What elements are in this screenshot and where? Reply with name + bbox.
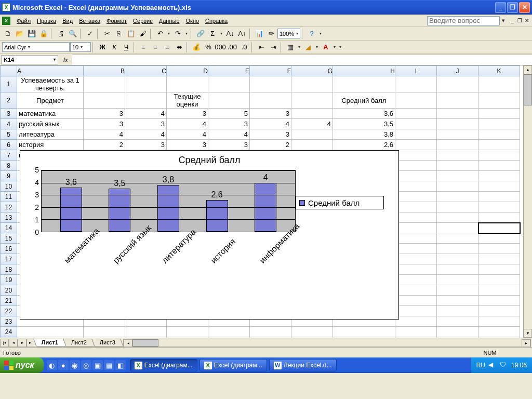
- font-color-dropdown-icon[interactable]: ▾: [332, 45, 337, 49]
- row-header-15[interactable]: 15: [1, 233, 17, 244]
- row-header-21[interactable]: 21: [1, 296, 17, 306]
- ql-icon-4[interactable]: ◎: [81, 360, 91, 370]
- cell-K17[interactable]: [478, 254, 520, 264]
- name-box[interactable]: K14▾: [1, 55, 58, 64]
- cell-J7[interactable]: [437, 150, 478, 161]
- cell-J19[interactable]: [437, 275, 478, 285]
- menu-file[interactable]: Файл: [14, 16, 34, 25]
- cell-E25[interactable]: [208, 337, 250, 338]
- cell-E5[interactable]: 4: [208, 129, 250, 140]
- cell-B25[interactable]: [84, 337, 125, 338]
- cell-K23[interactable]: [478, 316, 520, 327]
- cell-I23[interactable]: [395, 316, 437, 327]
- cell-K18[interactable]: [478, 264, 520, 275]
- cell-C3[interactable]: 4: [125, 109, 167, 119]
- cell-C2[interactable]: [125, 92, 167, 109]
- row-header-14[interactable]: 14: [1, 223, 17, 233]
- cell-E3[interactable]: 5: [208, 109, 250, 119]
- menu-data[interactable]: Данные: [156, 16, 183, 25]
- cell-K4[interactable]: [478, 119, 520, 129]
- font-size-combo[interactable]: 10▾: [70, 42, 91, 52]
- cell-D2[interactable]: Текущие оценки: [167, 92, 208, 109]
- cell-I17[interactable]: [395, 254, 437, 264]
- cell-H4[interactable]: 3,5: [333, 119, 395, 129]
- copy-icon[interactable]: ⎘: [113, 28, 125, 39]
- col-header-J[interactable]: J: [437, 66, 478, 76]
- sheet-tab-2[interactable]: Лист2: [63, 339, 95, 347]
- cell-J10[interactable]: [437, 181, 478, 192]
- paste-icon[interactable]: 📋: [125, 28, 137, 39]
- cell-A5[interactable]: литература: [17, 129, 84, 140]
- borders-icon[interactable]: ▦: [285, 42, 296, 53]
- cell-I12[interactable]: [395, 202, 437, 212]
- cell-B1[interactable]: [84, 76, 125, 92]
- undo-icon[interactable]: ↶: [154, 28, 166, 39]
- cell-J23[interactable]: [437, 316, 478, 327]
- col-header-D[interactable]: D: [167, 66, 208, 76]
- row-header-18[interactable]: 18: [1, 264, 17, 275]
- cell-B6[interactable]: 2: [84, 140, 125, 150]
- cell-J21[interactable]: [437, 296, 478, 306]
- cell-J14[interactable]: [437, 223, 478, 233]
- cell-I20[interactable]: [395, 285, 437, 296]
- cell-K5[interactable]: [478, 129, 520, 140]
- row-header-7[interactable]: 7: [1, 150, 17, 161]
- ask-question-input[interactable]: [427, 16, 500, 25]
- cell-H3[interactable]: 3,6: [333, 109, 395, 119]
- tray-icon-2[interactable]: 🛡: [500, 361, 508, 369]
- new-icon[interactable]: 🗋: [2, 28, 14, 39]
- cell-C1[interactable]: [125, 76, 167, 92]
- fx-icon[interactable]: fx: [59, 57, 72, 63]
- cell-B24[interactable]: [84, 327, 125, 337]
- comma-icon[interactable]: 000: [215, 42, 226, 53]
- row-header-10[interactable]: 10: [1, 181, 17, 192]
- sort-asc-icon[interactable]: A↓: [224, 28, 236, 39]
- doc-restore-button[interactable]: ❐: [516, 18, 523, 24]
- cell-K7[interactable]: [478, 150, 520, 161]
- col-header-K[interactable]: K: [478, 66, 520, 76]
- tab-nav-next-icon[interactable]: ▸: [18, 339, 26, 347]
- fill-color-dropdown-icon[interactable]: ▾: [314, 45, 320, 49]
- increase-indent-icon[interactable]: ⇥: [268, 42, 279, 53]
- start-button[interactable]: пуск: [0, 357, 44, 373]
- cell-I18[interactable]: [395, 264, 437, 275]
- horizontal-scrollbar[interactable]: ◂ ▸: [123, 339, 531, 347]
- ql-icon-2[interactable]: ●: [58, 360, 69, 370]
- ql-icon-6[interactable]: ▤: [104, 360, 114, 370]
- row-header-20[interactable]: 20: [1, 285, 17, 296]
- worksheet-grid[interactable]: ABCDEFGHIJK1Успеваемость за 1 четверть.2…: [0, 65, 532, 338]
- cell-J20[interactable]: [437, 285, 478, 296]
- col-header-C[interactable]: C: [125, 66, 167, 76]
- col-header-B[interactable]: B: [84, 66, 125, 76]
- cell-E24[interactable]: [208, 327, 250, 337]
- scroll-down-icon[interactable]: ▼: [524, 329, 532, 338]
- autosum-icon[interactable]: Σ: [207, 28, 218, 39]
- sort-desc-icon[interactable]: A↑: [236, 28, 248, 39]
- ql-icon-7[interactable]: ◧: [115, 360, 126, 370]
- underline-icon[interactable]: Ч: [121, 42, 132, 53]
- doc-close-button[interactable]: ✕: [524, 18, 530, 24]
- cell-B2[interactable]: [84, 92, 125, 109]
- cell-G2[interactable]: [291, 92, 333, 109]
- decrease-indent-icon[interactable]: ⇤: [256, 42, 267, 53]
- cell-K25[interactable]: [478, 337, 520, 338]
- currency-icon[interactable]: 💰: [191, 42, 202, 53]
- cell-I11[interactable]: [395, 192, 437, 202]
- format-painter-icon[interactable]: 🖌: [137, 28, 149, 39]
- cell-J17[interactable]: [437, 254, 478, 264]
- cell-I2[interactable]: [395, 92, 437, 109]
- scroll-up-icon[interactable]: ▲: [524, 65, 532, 74]
- minimize-button[interactable]: _: [495, 2, 506, 13]
- fill-color-icon[interactable]: ◢: [302, 42, 314, 53]
- cell-H1[interactable]: [333, 76, 395, 92]
- cell-I6[interactable]: [395, 140, 437, 150]
- cell-K9[interactable]: [478, 171, 520, 181]
- cell-I14[interactable]: [395, 223, 437, 233]
- tray-icon-1[interactable]: ◀: [488, 361, 497, 369]
- font-combo[interactable]: Arial Cyr▾: [2, 42, 70, 52]
- align-left-icon[interactable]: ≡: [138, 42, 149, 53]
- hscroll-thumb[interactable]: [132, 339, 158, 347]
- menu-format[interactable]: Формат: [103, 16, 130, 25]
- col-header-G[interactable]: G: [291, 66, 333, 76]
- cell-K14[interactable]: [478, 223, 520, 233]
